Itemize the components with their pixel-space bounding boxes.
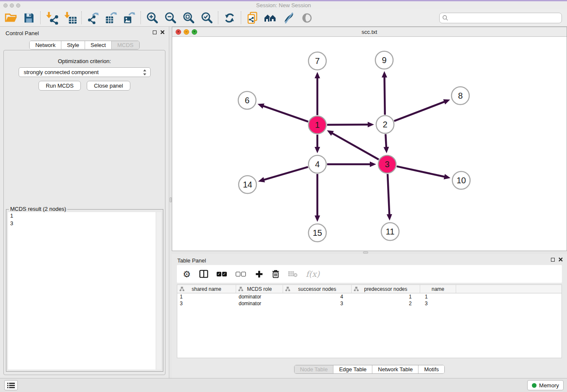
tab-node-table[interactable]: Node Table xyxy=(295,365,333,373)
graph-edge[interactable] xyxy=(263,167,308,180)
delete-column-button[interactable] xyxy=(272,269,280,279)
tab-edge-table[interactable]: Edge Table xyxy=(333,365,372,373)
search-icon xyxy=(442,15,449,21)
show-columns-button[interactable] xyxy=(199,269,209,279)
network-canvas[interactable]: 7968124314101511 xyxy=(172,37,567,251)
node-table-header: shared name MCDS role successor nodes pr… xyxy=(177,285,561,293)
tab-mcds[interactable]: MCDS xyxy=(111,41,139,49)
horizontal-splitter[interactable] xyxy=(172,251,567,254)
columns-icon xyxy=(199,269,209,279)
checkbox-checked-icon: ✓ xyxy=(222,272,227,276)
vertical-splitter-grip[interactable] xyxy=(170,197,172,202)
mcds-result-list[interactable]: 1 3 xyxy=(8,212,161,370)
cell-mcds-role[interactable]: dominator xyxy=(236,300,283,307)
toggle-graphics-details-button[interactable] xyxy=(280,10,298,26)
column-header-predecessor-nodes[interactable]: predecessor nodes xyxy=(352,285,420,293)
control-panel-tabbar: Network Style Select MCDS xyxy=(0,41,169,50)
main-toolbar xyxy=(0,9,567,27)
tab-style[interactable]: Style xyxy=(61,41,85,49)
function-builder-button-disabled: f(x) xyxy=(306,269,320,279)
graph-edge[interactable] xyxy=(385,134,386,148)
cell-predecessor-nodes[interactable]: 1 xyxy=(352,293,420,300)
first-neighbors-button[interactable] xyxy=(261,10,280,26)
network-window-header[interactable]: × − + scc.txt xyxy=(172,27,567,37)
toggle-bird-view-button[interactable] xyxy=(298,10,316,26)
add-column-button[interactable] xyxy=(255,270,264,279)
result-scrollbar[interactable] xyxy=(156,212,161,370)
mcds-result-title: MCDS result (2 nodes) xyxy=(9,206,67,212)
tab-select[interactable]: Select xyxy=(85,41,111,49)
run-mcds-button[interactable]: Run MCDS xyxy=(39,81,81,91)
graph-edge[interactable] xyxy=(396,166,445,177)
criterion-dropdown[interactable]: strongly connected component xyxy=(19,67,151,77)
cell-successor-nodes[interactable]: 3 xyxy=(283,300,352,307)
toolbar-separator xyxy=(241,11,241,24)
tab-network-table[interactable]: Network Table xyxy=(372,365,418,373)
graph-edge[interactable] xyxy=(327,124,369,125)
apply-layout-button[interactable] xyxy=(220,10,239,26)
tab-motifs[interactable]: Motifs xyxy=(418,365,444,373)
zoom-in-button[interactable] xyxy=(143,10,161,26)
cell-name[interactable]: 3 xyxy=(420,300,456,307)
table-settings-button[interactable]: ⚙ xyxy=(183,270,191,279)
export-network-button[interactable] xyxy=(84,10,102,26)
zoom-fit-all-button[interactable] xyxy=(198,10,216,26)
search-input[interactable] xyxy=(439,13,562,23)
table-toolbar: ⚙ ✓ ✓ xyxy=(177,265,562,283)
cell-predecessor-nodes[interactable]: 2 xyxy=(352,300,420,307)
column-header-successor-nodes[interactable]: successor nodes xyxy=(283,285,352,293)
zoom-out-button[interactable] xyxy=(161,10,179,26)
clone-network-button[interactable] xyxy=(243,10,261,26)
graph-edge[interactable] xyxy=(263,106,308,122)
zoom-fit-all-icon xyxy=(200,11,213,25)
close-panel-icon[interactable] xyxy=(160,30,165,34)
export-table-button[interactable] xyxy=(102,10,120,26)
toolbar-separator xyxy=(218,11,218,24)
open-session-button[interactable] xyxy=(2,10,20,26)
window-title: Session: New Session xyxy=(0,2,567,8)
hierarchy-icon xyxy=(238,287,243,291)
table-row[interactable]: 1 dominator 4 1 1 xyxy=(177,293,561,300)
memory-label: Memory xyxy=(539,382,559,389)
tab-network[interactable]: Network xyxy=(30,41,61,49)
export-network-icon xyxy=(86,11,100,25)
zoom-fit-selected-button[interactable] xyxy=(179,10,198,26)
cell-successor-nodes[interactable]: 4 xyxy=(283,293,352,300)
save-session-button[interactable] xyxy=(20,10,38,26)
mcds-result-item[interactable]: 3 xyxy=(8,220,161,227)
close-table-panel-icon[interactable] xyxy=(559,257,563,262)
node-table[interactable]: shared name MCDS role successor nodes pr… xyxy=(177,284,562,358)
graph-edge[interactable] xyxy=(385,77,385,115)
graph-node-label: 8 xyxy=(458,91,462,100)
cell-shared-name[interactable]: 3 xyxy=(177,300,236,307)
horizontal-splitter-grip[interactable] xyxy=(363,251,368,254)
mcds-result-item[interactable]: 1 xyxy=(8,212,161,220)
hierarchy-icon xyxy=(285,287,290,291)
clone-network-icon xyxy=(246,11,259,25)
import-network-button[interactable] xyxy=(43,10,61,26)
network-graph: 7968124314101511 xyxy=(172,37,567,251)
select-all-button[interactable]: ✓ ✓ xyxy=(217,272,228,276)
checkbox-empty-icon xyxy=(236,272,240,276)
memory-button[interactable]: Memory xyxy=(527,380,564,390)
graph-edge[interactable] xyxy=(394,102,445,121)
graph-edge-arrowhead xyxy=(315,215,320,222)
float-panel-icon[interactable] xyxy=(153,30,157,34)
column-header-shared-name[interactable]: shared name xyxy=(177,285,236,293)
cell-mcds-role[interactable]: dominator xyxy=(236,293,283,300)
float-table-panel-icon[interactable] xyxy=(551,258,555,262)
export-image-button[interactable] xyxy=(120,10,138,26)
import-table-button[interactable] xyxy=(61,10,79,26)
table-row[interactable]: 3 dominator 3 2 3 xyxy=(177,300,561,307)
column-header-name[interactable]: name xyxy=(420,285,456,293)
cell-name[interactable]: 1 xyxy=(420,293,456,300)
table-panel-title: Table Panel xyxy=(177,257,206,264)
graph-edge[interactable] xyxy=(332,133,379,160)
graph-edge-arrowhead xyxy=(368,122,374,127)
close-panel-button[interactable]: Close panel xyxy=(87,81,130,91)
graph-edge[interactable] xyxy=(388,174,389,215)
task-history-button[interactable] xyxy=(4,380,18,390)
column-header-mcds-role[interactable]: MCDS role xyxy=(236,285,283,293)
deselect-all-button[interactable] xyxy=(236,272,247,276)
cell-shared-name[interactable]: 1 xyxy=(177,293,236,300)
